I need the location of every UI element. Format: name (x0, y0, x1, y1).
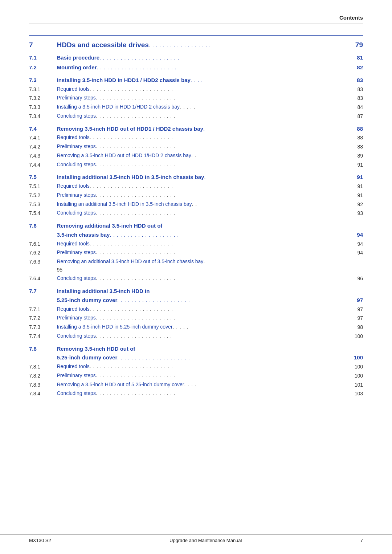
toc-page (343, 257, 363, 274)
toc-page: 94 (343, 240, 363, 249)
footer-left: MX130 S2 (29, 538, 51, 543)
toc-entry-line1: Installing additional 3.5-inch HDD in (57, 287, 343, 296)
header-title: Contents (339, 15, 363, 21)
toc-entry: Mounting order . . . . . . . . . . . . .… (57, 62, 343, 72)
toc-entry: Preliminary steps . . . . . . . . . . . … (57, 142, 343, 151)
toc-entry: Removing 3.5-inch HDD out of5.25-inch du… (57, 344, 343, 363)
toc-page: 91 (343, 160, 363, 170)
toc-entry-line: Installing an additional 3.5-inch HDD in… (57, 200, 343, 208)
toc-page: 103 (343, 389, 363, 398)
toc-row: 7.1Basic procedure . . . . . . . . . . .… (29, 53, 363, 62)
toc-row: 7.5.2Preliminary steps . . . . . . . . .… (29, 191, 363, 200)
toc-page: 81 (343, 53, 363, 62)
footer-center: Upgrade and Maintenance Manual (170, 538, 242, 543)
toc-page: 92 (343, 200, 363, 209)
toc-entry-line: Required tools . . . . . . . . . . . . .… (57, 133, 343, 142)
toc-row: 7.8.2Preliminary steps . . . . . . . . .… (29, 371, 363, 380)
toc-entry: Concluding steps . . . . . . . . . . . .… (57, 274, 343, 283)
toc-page: 100 (343, 362, 363, 371)
toc-page: 96 (343, 274, 363, 283)
toc-entry-line1: Removing 3.5-inch HDD out of (57, 345, 343, 354)
toc-num: 7.6 (29, 221, 57, 240)
toc-num: 7.8 (29, 344, 57, 363)
toc-entry: Concluding steps . . . . . . . . . . . .… (57, 332, 343, 341)
toc-num: 7.4 (29, 124, 57, 134)
toc-num: 7.7 (29, 286, 57, 305)
toc-entry: Basic procedure . . . . . . . . . . . . … (57, 53, 343, 62)
toc-num: 7.7.1 (29, 305, 57, 314)
toc-entry-line: Concluding steps . . . . . . . . . . . .… (57, 209, 343, 217)
toc-entry-line: Concluding steps . . . . . . . . . . . .… (57, 332, 343, 340)
toc-num: 7.8.1 (29, 362, 57, 371)
toc-row: 7.4Removing 3.5-inch HDD out of HDD1 / H… (29, 124, 363, 134)
toc-entry-line: Required tools . . . . . . . . . . . . .… (57, 85, 343, 93)
toc-num: 7.5.4 (29, 209, 57, 218)
toc-row: 7.4.2Preliminary steps . . . . . . . . .… (29, 142, 363, 151)
toc-row: 7.3.3Installing a 3.5-inch HDD in HDD 1/… (29, 103, 363, 112)
toc-page: 89 (343, 151, 363, 160)
toc-entry: Installing additional 3.5-inch HDD in5.2… (57, 286, 343, 305)
toc-row: 7.6.2Preliminary steps . . . . . . . . .… (29, 248, 363, 257)
toc-entry-line: Concluding steps . . . . . . . . . . . .… (57, 389, 343, 398)
toc-page: 98 (343, 323, 363, 332)
toc-entry-line: Preliminary steps . . . . . . . . . . . … (57, 142, 343, 151)
toc-entry: Required tools . . . . . . . . . . . . .… (57, 362, 343, 371)
toc-row: 7.3.4Concluding steps . . . . . . . . . … (29, 112, 363, 121)
toc-entry: Required tools . . . . . . . . . . . . .… (57, 85, 343, 94)
toc-entry: Removing additional 3.5-inch HDD out of3… (57, 221, 343, 240)
toc-num: 7.5.2 (29, 191, 57, 200)
toc-num: 7.3 (29, 75, 57, 85)
toc-entry: Installing additional 3.5-inch HDD in 3.… (57, 172, 343, 182)
toc-entry: Removing a 3.5-inch HDD out of HDD 1/HDD… (57, 151, 343, 160)
toc-num: 7.6.2 (29, 248, 57, 257)
toc-row: 7.5.3Installing an additional 3.5-inch H… (29, 200, 363, 209)
toc-num: 7.4.4 (29, 160, 57, 170)
toc-entry-line: Preliminary steps . . . . . . . . . . . … (57, 94, 343, 102)
toc-entry: Concluding steps . . . . . . . . . . . .… (57, 389, 343, 398)
toc-row: 7.6.1Required tools . . . . . . . . . . … (29, 240, 363, 249)
toc-row: 7.3Installing 3.5-inch HDD in HDD1 / HDD… (29, 75, 363, 85)
toc-row: 7HDDs and accessible drives . . . . . . … (29, 37, 363, 50)
toc-entry-line: Mounting order . . . . . . . . . . . . .… (57, 63, 343, 72)
toc-page: 91 (343, 182, 363, 191)
toc-row: 7.7.3Installing a 3.5-inch HDD in 5.25-i… (29, 323, 363, 332)
toc-entry: Concluding steps . . . . . . . . . . . .… (57, 160, 343, 170)
toc-num: 7.1 (29, 53, 57, 62)
toc-num: 7.4.2 (29, 142, 57, 151)
toc-entry: Required tools . . . . . . . . . . . . .… (57, 240, 343, 249)
toc-row: 7.6.4Concluding steps . . . . . . . . . … (29, 274, 363, 283)
toc-entry: Installing a 3.5-inch HDD in 5.25-inch d… (57, 323, 343, 332)
toc-entry-line: Required tools . . . . . . . . . . . . .… (57, 305, 343, 313)
toc-entry-line: Installing a 3.5-inch HDD in HDD 1/HDD 2… (57, 103, 343, 111)
toc-page: 88 (343, 124, 363, 134)
toc-entry-line: Removing an additional 3.5-inch HDD out … (57, 257, 343, 266)
toc-num: 7.4.3 (29, 151, 57, 160)
toc-entry-line2: 5.25-inch dummy cover . . . . . . . . . … (57, 353, 343, 362)
toc-num: 7 (29, 37, 57, 50)
toc-row: 7.7.4Concluding steps . . . . . . . . . … (29, 332, 363, 341)
toc-entry: Preliminary steps . . . . . . . . . . . … (57, 248, 343, 257)
toc-num: 7.7.3 (29, 323, 57, 332)
toc-row: 7.7Installing additional 3.5-inch HDD in… (29, 286, 363, 305)
toc-entry-line: Installing additional 3.5-inch HDD in 3.… (57, 173, 343, 182)
toc-entry-line: Removing a 3.5-inch HDD out of HDD 1/HDD… (57, 151, 343, 160)
page-header: Contents (29, 15, 363, 24)
toc-num: 7.7.4 (29, 332, 57, 341)
toc-num: 7.8.2 (29, 371, 57, 380)
toc-entry-line: Preliminary steps . . . . . . . . . . . … (57, 248, 343, 257)
toc-entry: Concluding steps . . . . . . . . . . . .… (57, 209, 343, 218)
toc-entry-line: Preliminary steps . . . . . . . . . . . … (57, 314, 343, 322)
toc-page: 83 (343, 85, 363, 94)
toc-entry: Installing a 3.5-inch HDD in HDD 1/HDD 2… (57, 103, 343, 112)
toc-num: 7.6.4 (29, 274, 57, 283)
toc-entry: Required tools . . . . . . . . . . . . .… (57, 182, 343, 191)
toc-num: 7.5.1 (29, 182, 57, 191)
toc-entry-line: HDDs and accessible drives . . . . . . .… (57, 39, 343, 50)
toc-entry-line: Installing a 3.5-inch HDD in 5.25-inch d… (57, 323, 343, 331)
toc-page: 88 (343, 142, 363, 151)
toc-entry: Preliminary steps . . . . . . . . . . . … (57, 314, 343, 323)
toc-row: 7.8.1Required tools . . . . . . . . . . … (29, 362, 363, 371)
toc-page: 79 (343, 37, 363, 50)
toc-entry: Required tools . . . . . . . . . . . . .… (57, 305, 343, 314)
toc-entry: Removing 3.5-inch HDD out of HDD1 / HDD2… (57, 124, 343, 134)
